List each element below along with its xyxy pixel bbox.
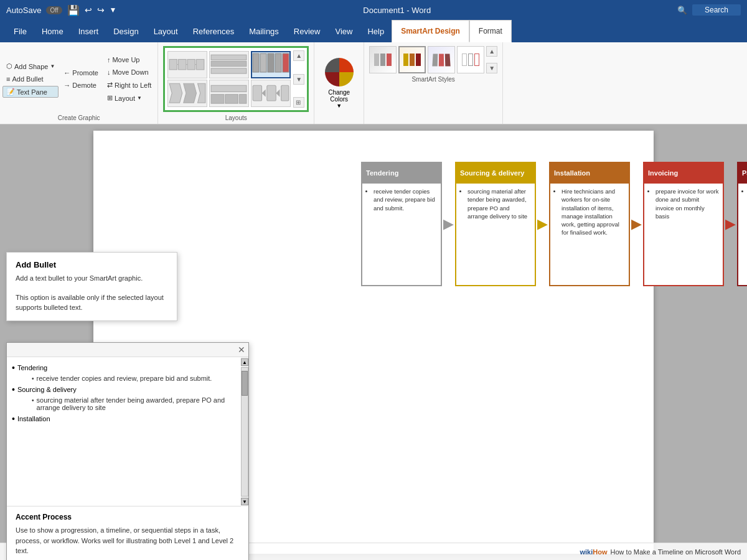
- menu-review[interactable]: Review: [286, 20, 328, 42]
- layout-button[interactable]: ⊞ Layout ▼: [103, 92, 155, 104]
- arrow-1: ▶: [443, 216, 454, 232]
- text-pane-panel: ✕ • Tendering • receive tender copies an…: [6, 342, 249, 560]
- pane-scroll-area: • Tendering • receive tender copies and …: [7, 357, 248, 506]
- step-installation-box[interactable]: Installation Hire technicians and worker…: [549, 162, 630, 286]
- svg-marker-17: [198, 83, 205, 103]
- menu-mailings[interactable]: Mailings: [242, 20, 286, 42]
- rtl-label: Right to Left: [115, 82, 151, 89]
- create-graphic-buttons: ⬡ Add Shape ▼ ≡ Add Bullet 📝 Text Pane: [2, 44, 155, 114]
- col1: ⬡ Add Shape ▼ ≡ Add Bullet 📝 Text Pane: [2, 60, 59, 98]
- autosave-label: AutoSave: [6, 6, 41, 15]
- gallery-scroll-expand[interactable]: ⊞: [293, 97, 304, 108]
- change-colors-icon[interactable]: [325, 58, 354, 86]
- menu-file[interactable]: File: [6, 20, 34, 42]
- gallery-scroll: ▲ ▼ ⊞: [293, 50, 304, 108]
- scrollbar-down[interactable]: ▼: [241, 498, 248, 505]
- text-installation: Installation: [17, 415, 50, 422]
- move-down-button[interactable]: ↓ Move Down: [103, 67, 155, 78]
- menu-references[interactable]: References: [186, 20, 242, 42]
- move-down-label: Move Down: [112, 68, 148, 76]
- text-pane-header: ✕: [7, 343, 248, 357]
- wiki-logo: wikiHow: [580, 548, 607, 556]
- search-label[interactable]: Search: [692, 4, 741, 16]
- layout-option-5[interactable]: [209, 80, 249, 107]
- menu-format[interactable]: Format: [469, 20, 512, 42]
- scrollbar-thumb[interactable]: [242, 371, 248, 396]
- svg-rect-0: [169, 60, 177, 70]
- style-flat[interactable]: [369, 46, 397, 73]
- col2: ← Promote → Demote: [60, 67, 102, 91]
- menu-home[interactable]: Home: [34, 20, 71, 42]
- ribbon: ⬡ Add Shape ▼ ≡ Add Bullet 📝 Text Pane: [0, 42, 747, 124]
- style-3d[interactable]: [428, 46, 455, 73]
- rtl-icon: ⇄: [107, 81, 113, 89]
- right-to-left-button[interactable]: ⇄ Right to Left: [103, 79, 155, 91]
- outline-tendering-sub: • receive tender copies and review, prep…: [24, 375, 236, 382]
- menu-design[interactable]: Design: [106, 20, 146, 42]
- promote-label: Promote: [72, 69, 98, 77]
- layout-option-6[interactable]: [251, 80, 291, 107]
- demote-button[interactable]: → Demote: [60, 80, 102, 91]
- layout-icon: ⊞: [107, 94, 113, 102]
- search-icon[interactable]: 🔍: [677, 6, 687, 15]
- pane-close-button[interactable]: ✕: [238, 345, 245, 355]
- gallery-scroll-down[interactable]: ▼: [293, 74, 304, 85]
- style-accent[interactable]: [398, 46, 426, 73]
- move-up-icon: ↑: [107, 56, 111, 63]
- create-graphic-label: Create Graphic: [2, 114, 155, 123]
- title-bar-right: 🔍 Search: [677, 4, 741, 16]
- add-shape-dropdown[interactable]: ▼: [50, 63, 55, 69]
- smartart-diagram[interactable]: Tendering receive tender copies and revi…: [361, 156, 641, 292]
- step-sourcing-box[interactable]: Sourcing & delivery sourcing material af…: [455, 162, 536, 286]
- add-shape-button[interactable]: ⬡ Add Shape ▼: [2, 60, 59, 72]
- styles-scroll-down[interactable]: ▼: [486, 63, 497, 73]
- promote-button[interactable]: ← Promote: [60, 67, 102, 78]
- outline-tendering: • Tendering: [12, 364, 236, 373]
- layout-option-1[interactable]: [167, 51, 207, 78]
- step-invoicing-header: Invoicing: [644, 163, 723, 183]
- accent-process-title: Accent Process: [16, 513, 240, 521]
- layout-svg-3: [252, 52, 289, 77]
- add-bullet-button[interactable]: ≡ Add Bullet: [2, 73, 59, 85]
- gallery-scroll-up[interactable]: ▲: [293, 50, 304, 61]
- svg-rect-22: [253, 86, 261, 101]
- undo-icon[interactable]: ↩: [85, 5, 92, 15]
- scrollbar-up[interactable]: ▲: [241, 358, 248, 366]
- menu-insert[interactable]: Insert: [71, 20, 106, 42]
- styles-scroll: ▲ ▼: [486, 46, 497, 73]
- svg-marker-23: [262, 90, 266, 97]
- menu-layout[interactable]: Layout: [146, 20, 186, 42]
- save-icon[interactable]: 💾: [67, 4, 80, 16]
- menu-view[interactable]: View: [327, 20, 360, 42]
- text-pane-button[interactable]: 📝 Text Pane: [2, 86, 59, 98]
- autosave-toggle[interactable]: Off: [46, 6, 62, 14]
- svg-rect-3: [197, 60, 204, 70]
- step-tendering-box[interactable]: Tendering receive tender copies and revi…: [361, 162, 442, 286]
- quick-access-icon[interactable]: ▼: [110, 6, 117, 14]
- style-outline[interactable]: [457, 46, 484, 73]
- smartart-styles-group: ▲ ▼ SmartArt Styles: [364, 42, 503, 124]
- text-pane-icon: 📝: [6, 88, 15, 96]
- redo-icon[interactable]: ↪: [97, 5, 105, 15]
- change-colors-dropdown[interactable]: ▼: [336, 103, 342, 109]
- styles-scroll-up[interactable]: ▲: [486, 46, 497, 57]
- outline-sourcing: • Sourcing & delivery: [12, 386, 236, 394]
- move-up-label: Move Up: [112, 56, 139, 63]
- layout-option-2[interactable]: [209, 51, 249, 78]
- text-pane-content: • Tendering • receive tender copies and …: [7, 357, 241, 506]
- svg-rect-21: [240, 95, 247, 103]
- layout-option-3[interactable]: [251, 51, 291, 78]
- menu-help[interactable]: Help: [360, 20, 392, 42]
- menu-smartart-design[interactable]: SmartArt Design: [392, 20, 469, 42]
- step-payment-box[interactable]: Payment Tracking track payment for submi…: [737, 162, 747, 286]
- wiki-text: How to Make a Timeline on Microsoft Word: [611, 548, 741, 556]
- step-payment-header: Payment Tracking: [738, 163, 747, 183]
- step-installation-header: Installation: [550, 163, 629, 183]
- step-installation-body: Hire technicians and workers for on-site…: [550, 183, 629, 285]
- move-up-button[interactable]: ↑ Move Up: [103, 54, 155, 65]
- tooltip-line3: This option is available only if the sel…: [16, 292, 168, 313]
- layout-dropdown[interactable]: ▼: [137, 95, 142, 101]
- layout-option-4[interactable]: [167, 80, 207, 107]
- step-invoicing-box[interactable]: Invoicing prepare invoice for work done …: [643, 162, 724, 286]
- svg-rect-9: [211, 68, 247, 73]
